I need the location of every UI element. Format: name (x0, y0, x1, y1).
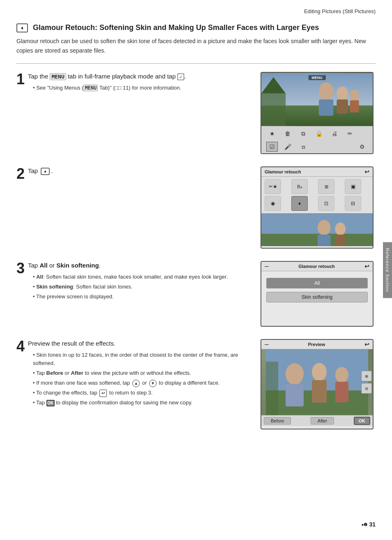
page-footer: ●❶ 31 (361, 521, 376, 528)
step-4-face-prev-btn[interactable]: ⊖ (361, 383, 372, 394)
step-2-grid-icon-1[interactable]: ✂★ (265, 179, 281, 194)
step-2-screen: Glamour retouch ↩ ✂★ B₂ ⊞ ▣ ◉ ♦ ⊡ ⊟ (261, 166, 376, 249)
step-2-number: 2 (16, 166, 25, 181)
step-1-icon-trash[interactable]: 🗑 (282, 129, 293, 138)
step-1-icon-lock[interactable]: 🔒 (313, 129, 325, 138)
svg-point-26 (335, 367, 348, 383)
step-4-container: 4 Preview the result of the effects. Ski… (16, 339, 376, 429)
svg-rect-9 (337, 99, 348, 113)
svg-point-16 (318, 220, 331, 235)
step-4-left: 4 Preview the result of the effects. Ski… (16, 339, 252, 408)
step-4-after-tab[interactable]: After (311, 417, 334, 425)
header-title: Editing Pictures (Still Pictures) (304, 8, 376, 14)
svg-text:♦: ♦ (21, 25, 23, 31)
step-2-photo-preview (261, 213, 373, 246)
step-3-screen-title: Glamour retouch (298, 264, 335, 269)
step-2-heading: Tap ♦ . (28, 166, 53, 176)
step-3-bullet-2: Skin softening: Soften facial skin tones… (28, 283, 228, 291)
step-2-icon-grid: ✂★ B₂ ⊞ ▣ ◉ ♦ ⊡ ⊟ (261, 177, 373, 213)
step-3-top-bar: — Glamour retouch ↩ (261, 262, 373, 271)
step-1-photo-area: ★ (261, 73, 373, 126)
step-1-icon-print[interactable]: 🖨 (329, 129, 340, 138)
step-2-photo-svg (261, 213, 373, 246)
svg-text:♦: ♦ (44, 169, 47, 174)
step-4-bullet-4: To change the effects, tap ↩ to return t… (28, 389, 252, 397)
step-1-icon-mic[interactable]: 🎤 (282, 142, 293, 152)
step-3-content: Tap All or Skin softening. All: Soften f… (28, 261, 228, 302)
step-3-skin-btn[interactable]: Skin softening (266, 292, 368, 302)
footer-bullet: ●❶ (361, 522, 367, 527)
step-4-camera-screen: — Preview ↩ (261, 339, 374, 429)
step-4-photo-svg (261, 349, 373, 415)
step-3-bullet-1: All: Soften facial skin tones, make face… (28, 273, 228, 281)
step-4-photo: ⊕ ⊖ (261, 349, 373, 415)
step-4-ok-btn[interactable]: OK (354, 417, 371, 425)
step-2-back-arrow[interactable]: ↩ (364, 168, 369, 175)
step-1-heading: Tap the MENU tab in full-frame playback … (28, 72, 186, 81)
step-1-icon-copy[interactable]: ⧉ (297, 129, 309, 138)
step-4-bullet-1: Skin tones in up to 12 faces, in the ord… (28, 351, 252, 367)
step-1-menu-area: ★ 🗑 ⧉ 🔒 🖨 ✏ ☑ 🎤 ⧈ ⚙ (261, 126, 373, 154)
step-1-icon-check[interactable]: ☑ (266, 142, 278, 152)
step-1-screen: ★ (261, 72, 376, 154)
step-2-grid-icon-3[interactable]: ⊞ (318, 179, 334, 194)
svg-rect-4 (261, 93, 286, 126)
svg-rect-23 (286, 384, 304, 406)
step-2-container: 2 Tap ♦ . Glamour retouch ↩ ✂★ (16, 166, 376, 249)
step-1-number: 1 (16, 72, 25, 87)
step-1-icon-settings[interactable]: ⚙ (356, 142, 368, 152)
step-1-menu-label: MENU (308, 75, 326, 80)
step-4-before-tab[interactable]: Before (264, 417, 291, 425)
reference-section-tab: Reference Section (383, 242, 392, 298)
step-2-screen-title: Glamour retouch (265, 169, 301, 174)
step-4-top-bar: — Preview ↩ (261, 340, 373, 349)
section-divider (16, 63, 376, 64)
step-2-content: Tap ♦ . (28, 166, 53, 178)
step-1-photo-svg (261, 73, 373, 126)
step-1-icon-star[interactable]: ★ (266, 129, 278, 138)
step-2-grid-icon-glamour[interactable]: ♦ (291, 196, 308, 211)
step-3-all-btn[interactable]: All (266, 278, 368, 288)
step-2-grid-icon-5[interactable]: ◉ (265, 196, 281, 211)
step-2-grid-icon-8[interactable]: ⊟ (345, 196, 361, 211)
step-1-left: 1 Tap the MENU tab in full-frame playbac… (16, 72, 252, 94)
svg-rect-27 (335, 382, 348, 402)
step-1-container: 1 Tap the MENU tab in full-frame playbac… (16, 72, 376, 154)
step-2-glamour-icon: ♦ (41, 168, 50, 175)
section-heading-text: Glamour Retouch: Softening Skin and Maki… (33, 23, 319, 32)
step-4-bottom-bar: Before After OK (261, 415, 373, 426)
step-3-number: 3 (16, 261, 25, 276)
step-2-top-bar: Glamour retouch ↩ (261, 167, 373, 177)
step-1-icon-edit[interactable]: ✏ (344, 129, 356, 138)
step-1-bullet-1: See "Using Menus (MENU Tab)" (□□ 11) for… (28, 84, 186, 92)
step-3-back-arrow[interactable]: ↩ (364, 263, 369, 270)
step-3-screen-indicator: — (265, 264, 269, 269)
step-2-grid-icon-7[interactable]: ⊡ (318, 196, 334, 211)
step-4-face-next-btn[interactable]: ⊕ (361, 371, 372, 381)
step-1-icon-slideshow[interactable]: ⧈ (297, 142, 309, 152)
step-4-content: Preview the result of the effects. Skin … (28, 339, 252, 408)
svg-point-18 (335, 222, 346, 235)
svg-rect-7 (319, 99, 333, 115)
step-1-menu-key-2: MENU (83, 85, 98, 91)
step-3-heading: Tap All or Skin softening. (28, 261, 228, 270)
glamour-icon: ♦ (16, 23, 28, 32)
step-3-screen: — Glamour retouch ↩ All Skin softening (261, 261, 376, 327)
step-2-grid-icon-2[interactable]: B₂ (291, 179, 308, 194)
svg-rect-14 (261, 214, 373, 234)
step-1-menu-key: MENU (50, 73, 66, 80)
svg-rect-11 (350, 100, 359, 113)
svg-rect-25 (312, 380, 327, 403)
step-4-back-arrow[interactable]: ↩ (364, 341, 369, 348)
step-4-number: 4 (16, 339, 25, 354)
step-2-grid-icon-4[interactable]: ▣ (345, 179, 361, 194)
step-3-all-text: All (39, 262, 47, 269)
svg-point-10 (350, 90, 359, 101)
step-4-side-buttons: ⊕ ⊖ (361, 371, 373, 394)
step-1-menu-row-1: ★ 🗑 ⧉ 🔒 🖨 ✏ (263, 127, 371, 140)
step-4-bullet-2: Tap Before or After to view the picture … (28, 369, 252, 377)
step-3-bullet-3: The preview screen is displayed. (28, 293, 228, 301)
step-1-check-icon: ✓ (178, 74, 184, 80)
step-3-left: 3 Tap All or Skin softening. All: Soften… (16, 261, 252, 302)
step-4-back-icon: ↩ (99, 390, 107, 397)
